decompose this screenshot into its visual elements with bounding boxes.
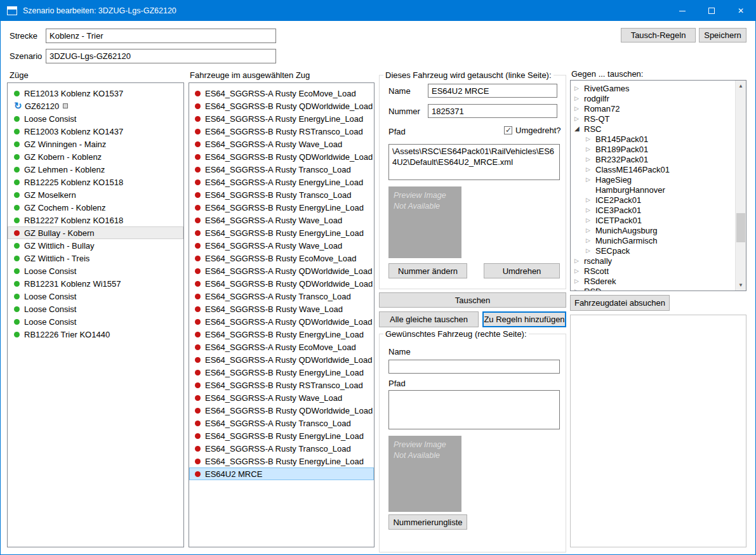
expand-arrow-icon[interactable] (574, 103, 584, 114)
tree-item[interactable]: Roman72 (571, 103, 746, 114)
zug-list-item[interactable]: RB12225 Koblenz KO1518 (8, 176, 183, 188)
name-input-right[interactable] (388, 360, 560, 374)
scroll-up-icon[interactable]: ▲ (736, 81, 746, 91)
zug-list-item[interactable]: Loose Consist (8, 290, 183, 303)
tree-item[interactable]: rschally (571, 256, 746, 266)
fahrzeug-list-item[interactable]: ES64_SGGRSS-B Rusty QDWorldwide_Load (189, 404, 374, 417)
zug-list-item[interactable]: GZ Lehmen - Koblenz (8, 163, 183, 176)
fahrzeug-list-item[interactable]: ES64_SGGRSS-B Rusty QDWorldwide_Load (189, 277, 374, 290)
tree-item[interactable]: RScott (571, 266, 746, 276)
fahrzeug-list-item[interactable]: ES64_SGGRSS-B Rusty EnergyLine_Load (189, 366, 374, 379)
fahrzeug-list-item[interactable]: ES64_SGGRSS-A Rusty QDWorldwide_Load (189, 264, 374, 277)
expand-arrow-icon[interactable] (586, 195, 595, 205)
fahrzeug-list-item[interactable]: ES64_SGGRSS-A Rusty QDWorldwide_Load (189, 315, 374, 328)
expand-arrow-icon[interactable] (574, 286, 584, 291)
fahrzeug-list-item[interactable]: ES64_SGGRSS-A Rusty EcoMove_Load (189, 341, 374, 353)
zug-list-item[interactable]: RB12227 Koblenz KO1618 (8, 214, 183, 226)
fahrzeugdatei-absuchen-button[interactable]: Fahrzeugdatei absuchen (570, 295, 670, 311)
tree-item[interactable]: ICETPack01 (571, 215, 746, 225)
zug-list-item[interactable]: GZ Kobern - Koblenz (8, 150, 183, 163)
expand-arrow-icon[interactable] (586, 215, 595, 225)
pfad-textarea[interactable]: \Assets\RSC\ES64Pack01\RailVehicles\ES64… (388, 144, 560, 180)
zuege-list[interactable]: RE12013 Koblenz KO1537 GZ62120 Loose Con… (7, 82, 184, 547)
maximize-button[interactable] (697, 1, 726, 21)
tree-item[interactable]: RSderek (571, 276, 746, 286)
fahrzeug-list-item[interactable]: ES64_SGGRSS-A Rusty Wave_Load (189, 214, 374, 226)
fahrzeug-list-item[interactable]: ES64_SGGRSS-B Rusty QDWorldwide_Load (189, 100, 374, 112)
tree-item[interactable]: MunichAugsburg (571, 225, 746, 235)
zug-list-item[interactable]: RE12003 Koblenz KO1437 (8, 125, 183, 138)
fahrzeug-list-item[interactable]: ES64_SGGRSS-B Rusty RSTransco_Load (189, 125, 374, 138)
nummerierungliste-button[interactable]: Nummerierungliste (388, 514, 467, 530)
tauschen-button[interactable]: Tauschen (379, 292, 566, 308)
fahrzeug-list-item[interactable]: ES64_SGGRSS-B Rusty EnergyLine_Load (189, 455, 374, 467)
zug-list-item[interactable]: Loose Consist (8, 303, 183, 315)
fahrzeug-list-item[interactable]: ES64_SGGRSS-B Rusty EnergyLine_Load (189, 226, 374, 239)
alle-gleiche-tauschen-button[interactable]: Alle gleiche tauschen (379, 311, 479, 327)
zu-regeln-hinzufuegen-button[interactable]: Zu Regeln hinzufügen (482, 311, 566, 327)
expand-arrow-icon[interactable] (574, 256, 584, 266)
fahrzeug-list-item[interactable]: ES64_SGGRSS-B Rusty Transco_Load (189, 188, 374, 201)
fahrzeug-list-item[interactable]: ES64_SGGRSS-B Rusty EnergyLine_Load (189, 328, 374, 341)
expand-arrow-icon[interactable] (586, 144, 595, 154)
fahrzeug-list-item[interactable]: ES64_SGGRSS-A Rusty Wave_Load (189, 391, 374, 404)
fahrzeug-list-item[interactable]: ES64_SGGRSS-B Rusty EcoMove_Load (189, 252, 374, 264)
fahrzeug-list-item[interactable]: ES64U2 MRCE (189, 467, 374, 480)
expand-arrow-icon[interactable] (586, 164, 595, 174)
expand-arrow-icon[interactable] (586, 235, 595, 245)
expand-arrow-icon[interactable] (586, 154, 595, 164)
tree-item[interactable]: HamburgHannover (571, 185, 746, 195)
speichern-button[interactable]: Speichern (699, 28, 746, 42)
tree-item[interactable]: MunichGarmisch (571, 235, 746, 245)
fahrzeug-list-item[interactable]: ES64_SGGRSS-A Rusty Wave_Load (189, 138, 374, 150)
tree-item[interactable]: HageSieg (571, 174, 746, 185)
tree-item[interactable]: ICE2Pack01 (571, 195, 746, 205)
fahrzeug-list-item[interactable]: ES64_SGGRSS-A Rusty Transco_Load (189, 442, 374, 455)
zug-list-item[interactable]: GZ Wittlich - Bullay (8, 239, 183, 252)
tree-item[interactable]: BR189Pack01 (571, 144, 746, 154)
expand-arrow-icon[interactable] (574, 83, 584, 93)
tree-item[interactable]: SECpack (571, 245, 746, 256)
tree-item[interactable]: RivetGames (571, 83, 746, 93)
tree-scrollbar[interactable]: ▲ ▼ (735, 81, 746, 291)
umgedreht-checkbox[interactable]: Umgedreht? (504, 126, 561, 135)
fahrzeug-list-item[interactable]: ES64_SGGRSS-A Rusty EnergyLine_Load (189, 176, 374, 188)
fahrzeug-list-item[interactable]: ES64_SGGRSS-A Rusty Wave_Load (189, 239, 374, 252)
zug-list-item[interactable]: Loose Consist (8, 315, 183, 328)
zug-list-item[interactable]: RE12013 Koblenz KO1537 (8, 87, 183, 100)
zug-list-item[interactable]: GZ Bullay - Kobern (8, 226, 183, 239)
fahrzeug-list-item[interactable]: ES64_SGGRSS-A Rusty EcoMove_Load (189, 87, 374, 100)
tree-item[interactable]: rodgilfr (571, 93, 746, 103)
fahrzeug-list-item[interactable]: ES64_SGGRSS-A Rusty Transco_Load (189, 163, 374, 176)
expand-arrow-icon[interactable] (586, 225, 595, 235)
zug-list-item[interactable]: GZ Moselkern (8, 188, 183, 201)
tree-item[interactable]: ICE3Pack01 (571, 205, 746, 215)
fahrzeug-list-item[interactable]: ES64_SGGRSS-A Rusty QDWorldwide_Load (189, 353, 374, 366)
zug-list-item[interactable]: Loose Consist (8, 264, 183, 277)
fahrzeug-list-item[interactable]: ES64_SGGRSS-B Rusty QDWorldwide_Load (189, 150, 374, 163)
nummer-input[interactable] (428, 104, 557, 118)
expand-arrow-icon[interactable] (574, 124, 584, 134)
zug-list-item[interactable]: RB12231 Koblenz Wi1557 (8, 277, 183, 290)
tree-item[interactable]: RSD (571, 286, 746, 291)
fahrzeug-list-item[interactable]: ES64_SGGRSS-B Rusty EnergyLine_Load (189, 201, 374, 214)
zug-list-item[interactable]: GZ62120 (8, 100, 183, 112)
scroll-thumb[interactable] (736, 213, 745, 242)
fahrzeuge-list[interactable]: ES64_SGGRSS-A Rusty EcoMove_Load ES64_SG… (189, 82, 375, 547)
tree-item[interactable]: BR145Pack01 (571, 134, 746, 144)
fahrzeug-list-item[interactable]: ES64_SGGRSS-B Rusty RSTransco_Load (189, 379, 374, 391)
scroll-down-icon[interactable]: ▼ (736, 280, 746, 291)
zug-list-item[interactable]: GZ Wittlich - Treis (8, 252, 183, 264)
expand-arrow-icon[interactable] (574, 93, 584, 103)
zug-list-item[interactable]: GZ Winningen - Mainz (8, 138, 183, 150)
fahrzeug-list-item[interactable]: ES64_SGGRSS-A Rusty Transco_Load (189, 417, 374, 429)
umdrehen-button[interactable]: Umdrehen (484, 263, 560, 278)
tree-item[interactable]: RS-QT (571, 114, 746, 124)
fahrzeug-list-item[interactable]: ES64_SGGRSS-B Rusty Wave_Load (189, 303, 374, 315)
pfad-textarea-right[interactable] (388, 390, 560, 429)
tree-item[interactable]: RSC (571, 124, 746, 134)
zug-list-item[interactable]: RB12226 Trier KO1440 (8, 328, 183, 341)
expand-arrow-icon[interactable] (586, 245, 595, 256)
tausch-regeln-button[interactable]: Tausch-Regeln (621, 28, 696, 42)
tree-item[interactable]: ClassME146Pack01 (571, 164, 746, 174)
